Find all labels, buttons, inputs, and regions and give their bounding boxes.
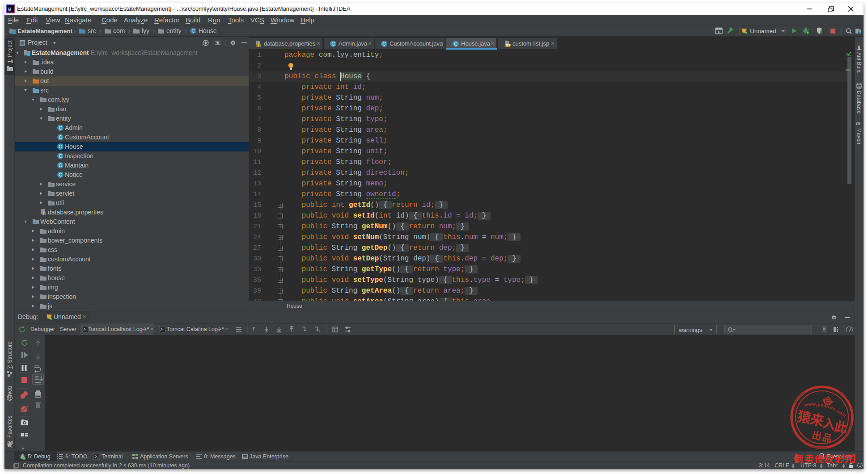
svg-text:C: C [59,125,62,130]
svg-text:JSP: JSP [505,44,511,47]
svg-text:C: C [59,134,62,140]
svg-text:m: m [856,120,860,126]
svg-text:C: C [59,172,62,177]
svg-text:C: C [331,41,335,46]
svg-text:»: » [21,445,24,451]
svg-text:IJ: IJ [8,7,12,11]
svg-text:C: C [59,144,62,149]
svg-text:C: C [59,163,62,168]
svg-text:EE: EE [243,456,247,459]
svg-text:C: C [382,41,386,46]
svg-text:C: C [191,29,195,34]
svg-text:C: C [59,153,62,159]
svg-text:C: C [454,41,457,46]
svg-text:I: I [319,330,320,333]
